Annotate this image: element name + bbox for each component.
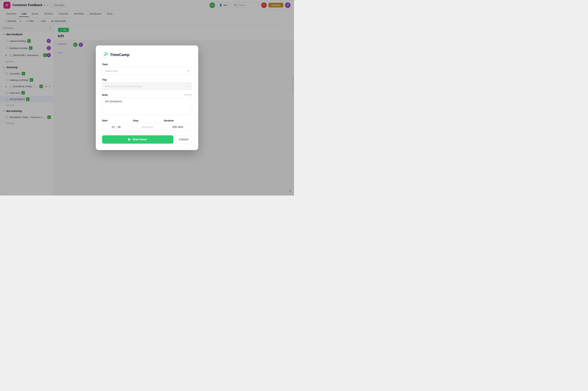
note-counter: 28/1024 [185,94,192,96]
start-timer-button[interactable]: Start timer [102,135,173,144]
task-select-placeholder: Select task [105,69,118,72]
time-colon: : [116,126,117,129]
modal-logo: TimeCamp [102,52,192,58]
timecamp-logo-icon [102,52,108,58]
note-textarea[interactable] [102,98,192,115]
modal-time-row: Start 13 : 46 Stop Stop time Duration 00… [102,119,192,131]
tag-select-placeholder: Select task to see available tags [105,85,142,88]
start-min: 46 [118,126,121,129]
start-hour: 13 [112,126,115,129]
modal-task-section: Task Select task ▾ [102,63,192,75]
duration-value: 00h 00m [173,126,183,129]
start-time-input[interactable]: 13 : 46 [102,123,130,131]
duration-field: Duration 00h 00m [164,119,192,131]
modal-tag-select[interactable]: Select task to see available tags ▾ [102,82,192,90]
duration-input[interactable]: 00h 00m [164,123,192,131]
cancel-button[interactable]: Cancel [175,135,192,144]
stop-time-input[interactable]: Stop time [133,123,161,131]
task-select-arrow: ▾ [188,70,189,72]
tag-select-arrow: ▾ [188,85,189,88]
modal-task-label: Task [102,63,192,66]
modal-tag-section: Tag Select task to see available tags ▾ [102,78,192,90]
modal-tag-label: Tag [102,78,192,81]
stop-label: Stop [133,119,161,122]
modal-actions: Start timer Cancel [102,135,192,144]
duration-label: Duration [164,119,192,122]
modal-overlay[interactable]: TimeCamp Task Select task ▾ Tag Select t… [0,0,294,196]
modal-task-select[interactable]: Select task ▾ [102,67,192,75]
play-icon [128,138,131,141]
modal-note-section: Note 28/1024 [102,93,192,116]
timecamp-modal: TimeCamp Task Select task ▾ Tag Select t… [96,45,198,150]
start-label: Start [102,119,130,122]
start-time-field: Start 13 : 46 [102,119,130,131]
modal-note-label: Note [102,93,108,96]
stop-placeholder: Stop time [141,126,153,129]
stop-time-field: Stop Stop time [133,119,161,131]
timecamp-logo-text: TimeCamp [110,53,129,57]
